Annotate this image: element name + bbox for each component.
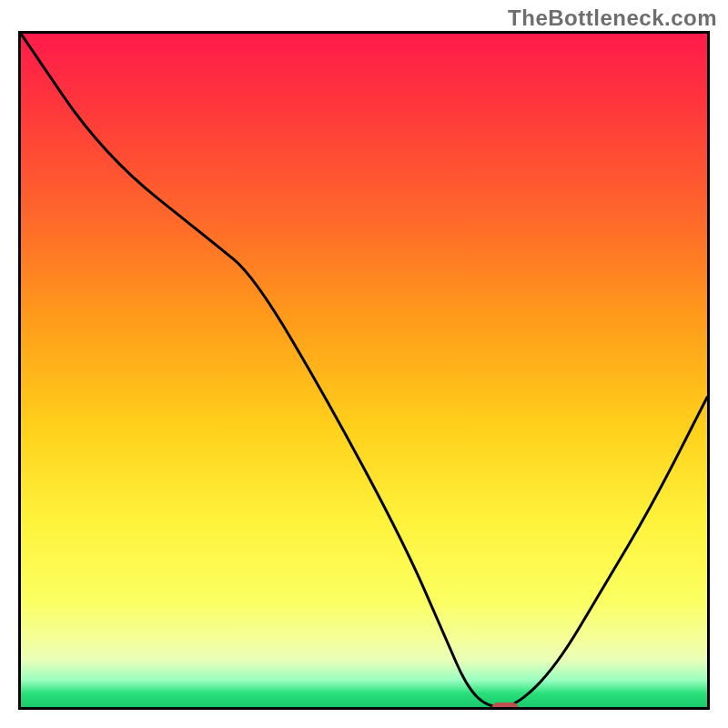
watermark-text: TheBottleneck.com <box>508 5 717 31</box>
chart-frame <box>18 31 710 710</box>
curve-svg <box>21 34 707 707</box>
optimal-marker <box>491 703 519 710</box>
bottleneck-curve <box>21 34 707 707</box>
